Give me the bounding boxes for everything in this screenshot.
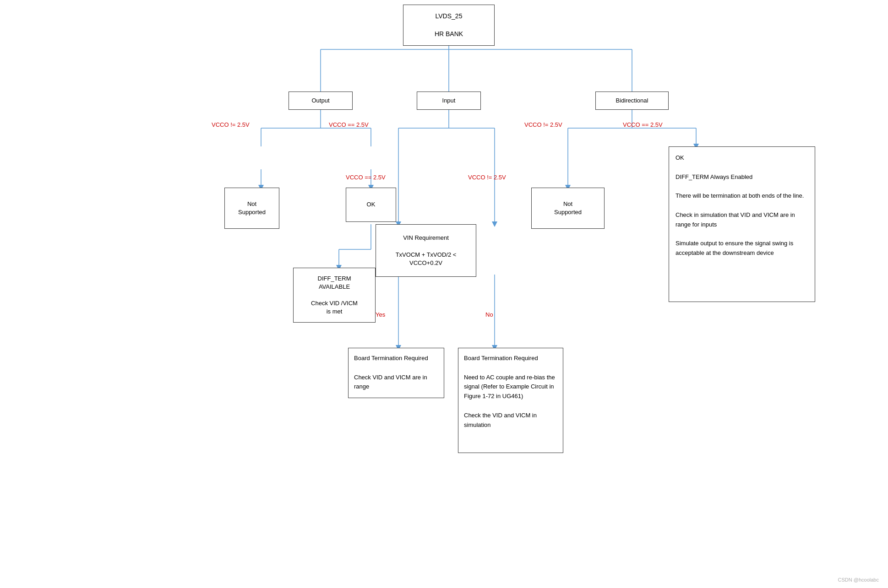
not-supported-right-box: Not Supported [531,188,605,229]
bidirectional-box: Bidirectional [595,92,669,110]
not-supported-left-box: Not Supported [224,188,279,229]
vcco-neq-center-label: VCCO != 2.5V [468,174,506,181]
output-box: Output [289,92,353,110]
vcco-neq-left-label: VCCO != 2.5V [212,121,250,128]
diagram-container: LVDS_25 HR BANK Output Input Bidirection… [0,0,888,588]
bidirectional-label: Bidirectional [616,97,648,105]
btn-title: Board Termination Required [464,354,557,363]
ok-right-diff: DIFF_TERM Always Enabled [676,173,808,182]
not-supported-left-label: Not Supported [238,200,266,216]
board-term-yes-box: Board Termination Required Check VID and… [348,348,444,398]
bty-title: Board Termination Required [354,354,438,363]
input-box: Input [417,92,481,110]
ok-right-check: Check in simulation that VID and VICM ar… [676,210,808,230]
board-term-no-box: Board Termination Required Need to AC co… [458,348,563,453]
diff-term-label: DIFF_TERM AVAILABLE Check VID /VICM is m… [311,275,358,316]
ok-right-ok: OK [676,153,808,163]
ok-right-label: OK DIFF_TERM Always Enabled There will b… [676,153,808,258]
vcco-eq-center-label: VCCO == 2.5V [346,174,386,181]
ok-right-term: There will be termination at both ends o… [676,191,808,201]
board-term-no-label: Board Termination Required Need to AC co… [464,354,557,430]
btn-desc1: Need to AC couple and re-bias the signal… [464,373,557,401]
bty-desc: Check VID and VICM are in range [354,373,438,392]
output-label: Output [311,97,329,105]
ok-right-sim: Simulate output to ensure the signal swi… [676,239,808,258]
root-box: LVDS_25 HR BANK [403,5,495,46]
input-label: Input [442,97,456,105]
watermark: CSDN @hcoolabc [838,577,879,583]
vcco-eq-right-label: VCCO == 2.5V [623,121,663,128]
root-label: LVDS_25 HR BANK [435,12,463,39]
diff-term-box: DIFF_TERM AVAILABLE Check VID /VICM is m… [293,268,376,323]
vcco-eq-left-label: VCCO == 2.5V [329,121,369,128]
btn-desc2: Check the VID and VICM in simulation [464,411,557,430]
yes-label: Yes [376,311,385,318]
vin-req-label: VIN Requirement TxVOCM + TxVOD/2 < VCCO+… [396,234,457,267]
no-label: No [485,311,493,318]
not-supported-right-label: Not Supported [554,200,582,216]
board-term-yes-label: Board Termination Required Check VID and… [354,354,438,392]
ok-right-box: OK DIFF_TERM Always Enabled There will b… [669,146,815,302]
vcco-neq-right-label: VCCO != 2.5V [524,121,562,128]
ok-left-label: OK [367,200,376,209]
vin-req-box: VIN Requirement TxVOCM + TxVOD/2 < VCCO+… [376,224,476,277]
ok-left-box: OK [346,188,396,222]
